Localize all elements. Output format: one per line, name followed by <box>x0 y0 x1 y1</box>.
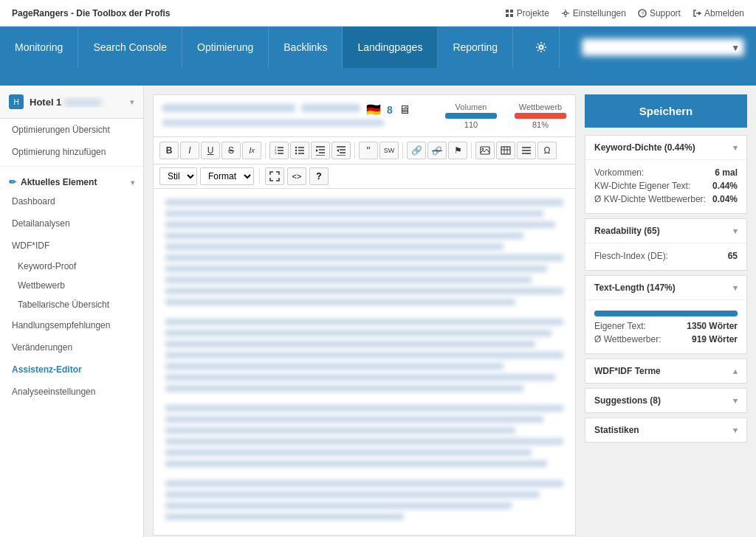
toolbar-sep5 <box>259 168 260 184</box>
abmelden-link[interactable]: Abmelden <box>693 8 744 18</box>
anchor-button[interactable]: ⚑ <box>448 142 467 159</box>
nav-settings[interactable] <box>523 27 560 68</box>
sidebar-item-wdfidf[interactable]: WDF*IDF <box>0 235 143 257</box>
project-name: Hotel 1 <box>30 97 124 108</box>
sidebar-item-handlungsempfehlungen[interactable]: Handlungsempfehlungen <box>0 314 143 336</box>
code-button[interactable]: <> <box>287 167 306 185</box>
link-button[interactable]: 🔗 <box>407 142 426 159</box>
article-title-line1 <box>162 104 295 112</box>
panel-text-length-header[interactable]: Text-Length (147%) ▾ <box>585 276 746 299</box>
sidebar-item-detailanalysen[interactable]: Detailanalysen <box>0 212 143 235</box>
sidebar-item-tabularische[interactable]: Tabellarische Übersicht <box>0 295 143 314</box>
main-layout: H Hotel 1 ▾ Optimierungen Übersicht Opti… <box>0 86 756 537</box>
text-line <box>165 232 523 239</box>
table-button[interactable] <box>496 142 515 159</box>
editor-body[interactable] <box>153 188 576 536</box>
ol-button[interactable]: 1.2.3. <box>269 142 289 159</box>
panel-wdfidf: WDF*IDF Terme ▴ <box>585 358 747 384</box>
flag-icon: 🇩🇪 <box>366 103 381 117</box>
support-link[interactable]: ? Support <box>638 8 681 18</box>
panel-row: Flesch-Index (DE): 65 <box>594 249 738 263</box>
nav-optimierung[interactable]: Optimierung <box>182 27 269 68</box>
image-button[interactable] <box>475 142 495 159</box>
panel-statistiken: Statistiken ▾ <box>585 418 747 443</box>
monitor-icon: 🖥 <box>399 103 410 117</box>
text-line <box>165 277 532 283</box>
project-dropdown-wrap[interactable]: ▾ <box>582 38 744 56</box>
text-line <box>165 288 563 294</box>
panel-wdfidf-header[interactable]: WDF*IDF Terme ▴ <box>585 359 746 383</box>
fullscreen-button[interactable] <box>265 167 284 185</box>
metrics-section: Volumen 110 Wettbewerb 81% <box>445 103 566 129</box>
nav-reporting[interactable]: Reporting <box>438 27 513 68</box>
sidebar-item-analyseeinstellungen[interactable]: Analyseeinstellungen <box>0 381 143 403</box>
paragraph-break <box>165 310 563 319</box>
panel-row: KW-Dichte Eigener Text: 0.44% <box>594 179 738 193</box>
panel-readability: Readability (65) ▾ Flesch-Index (DE): 65 <box>585 218 747 271</box>
special-button[interactable]: SW <box>379 142 399 159</box>
sidebar-item-dashboard[interactable]: Dashboard <box>0 190 143 212</box>
projekte-link[interactable]: Projekte <box>505 8 549 18</box>
style-select[interactable]: Stil <box>159 167 197 185</box>
format-clear-button[interactable]: Ix <box>242 142 261 159</box>
panel-row: Eigener Text: 1350 Wörter <box>594 319 738 333</box>
format-select[interactable]: Format <box>200 167 254 185</box>
project-selector-input[interactable] <box>582 38 744 56</box>
sidebar-section-header[interactable]: ✏ Aktuelles Element ▾ <box>0 170 143 190</box>
text-line <box>165 341 535 347</box>
panel-keyword-dichte-body: Vorkommen: 6 mal KW-Dichte Eigener Text:… <box>585 159 746 213</box>
text-line <box>165 363 504 370</box>
quote-button[interactable]: " <box>359 142 378 159</box>
indent-out-button[interactable] <box>331 142 351 159</box>
text-line <box>165 438 563 445</box>
paragraph-break <box>165 471 563 480</box>
sidebar-project[interactable]: H Hotel 1 ▾ <box>0 86 143 119</box>
panel-statistiken-header[interactable]: Statistiken ▾ <box>585 418 746 442</box>
svg-rect-0 <box>506 10 509 13</box>
sidebar-divider <box>0 166 143 167</box>
chevron-down-icon: ▾ <box>733 396 738 406</box>
right-panel: Speichern Keyword-Dichte (0.44%) ▾ Vorko… <box>585 94 747 536</box>
panel-keyword-dichte-header[interactable]: Keyword-Dichte (0.44%) ▾ <box>585 136 746 159</box>
underline-button[interactable]: U <box>201 142 220 159</box>
brand-label: PageRangers - Die Toolbox der Profis <box>12 8 171 18</box>
article-title: 🇩🇪 8 🖥 <box>162 103 439 129</box>
sidebar-item-assistenz-editor[interactable]: Assistenz-Editor <box>0 358 143 381</box>
special-chars-button[interactable]: Ω <box>537 142 557 159</box>
article-subtitle <box>162 119 384 126</box>
panel-readability-header[interactable]: Readability (65) ▾ <box>585 219 746 243</box>
nav-search-console[interactable]: Search Console <box>78 27 182 68</box>
sidebar-item-opt-overview[interactable]: Optimierungen Übersicht <box>0 119 143 141</box>
panel-keyword-dichte: Keyword-Dichte (0.44%) ▾ Vorkommen: 6 ma… <box>585 135 747 214</box>
project-arrow-icon: ▾ <box>130 97 134 107</box>
help-button[interactable]: ? <box>309 167 329 185</box>
unlink-button[interactable]: 🔗 <box>427 142 447 159</box>
topbar-actions: Projekte Einstellungen ? Support Abmelde… <box>505 8 744 18</box>
ul-button[interactable] <box>290 142 309 159</box>
text-line <box>165 502 512 509</box>
sidebar-item-keyword-proof[interactable]: Keyword-Proof <box>0 257 143 276</box>
bold-button[interactable]: B <box>159 142 179 159</box>
pencil-icon: ✏ <box>9 177 16 187</box>
text-line <box>165 416 543 423</box>
indent-in-button[interactable] <box>311 142 330 159</box>
panel-row: Ø KW-Dichte Wettbewerber: 0.04% <box>594 193 738 206</box>
italic-button[interactable]: I <box>180 142 199 159</box>
nav-backlinks[interactable]: Backlinks <box>269 27 343 68</box>
chevron-up-icon: ▾ <box>733 226 738 236</box>
topbar: PageRangers - Die Toolbox der Profis Pro… <box>0 0 756 27</box>
sidebar-item-wettbewerb[interactable]: Wettbewerb <box>0 276 143 295</box>
navbar: Monitoring Search Console Optimierung Ba… <box>0 27 756 68</box>
text-line <box>165 405 563 412</box>
nav-monitoring[interactable]: Monitoring <box>0 27 78 68</box>
einstellungen-link[interactable]: Einstellungen <box>561 8 626 18</box>
sidebar-item-veraenderungen[interactable]: Veränderungen <box>0 336 143 358</box>
panel-suggestions-header[interactable]: Suggestions (8) ▾ <box>585 389 746 412</box>
content-row: 🇩🇪 8 🖥 Volumen 110 <box>153 94 747 536</box>
content-main: 🇩🇪 8 🖥 Volumen 110 <box>153 94 576 536</box>
nav-landingpages[interactable]: Landingpages <box>343 27 438 68</box>
align-button[interactable] <box>517 142 536 159</box>
strikethrough-button[interactable]: S <box>221 142 241 159</box>
save-button[interactable]: Speichern <box>585 94 747 128</box>
sidebar-item-opt-add[interactable]: Optimierung hinzufügen <box>0 141 143 163</box>
